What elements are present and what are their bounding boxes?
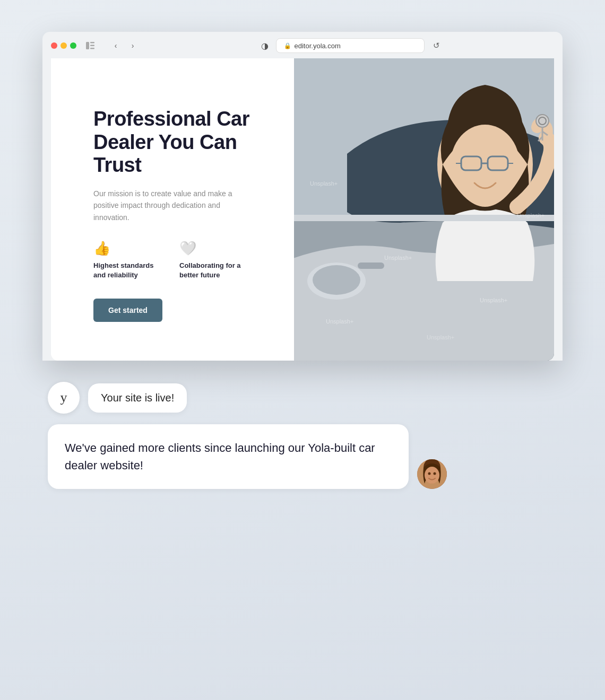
hero-left: Professional Car Dealer You Can Trust Ou… [51, 58, 294, 361]
lock-icon: 🔒 [284, 42, 291, 49]
minimize-button[interactable] [60, 42, 67, 49]
forward-button[interactable]: › [125, 40, 140, 51]
feature-1-label: Highest standards and reliability [93, 261, 162, 279]
brightness-icon: ◑ [261, 41, 269, 51]
svg-text:Unsplash+: Unsplash+ [326, 318, 353, 325]
back-button[interactable]: ‹ [108, 40, 123, 51]
feature-2: 🤍 Collaborating for a better future [179, 240, 248, 279]
thumbsup-icon: 👍 [93, 240, 162, 257]
page-wrapper: ‹ › ◑ 🔒 editor.yola.com ↺ Professional C… [42, 32, 563, 500]
testimonial-text: We've gained more clients since launchin… [65, 441, 375, 472]
testimonial-row: We've gained more clients since launchin… [48, 424, 447, 489]
svg-rect-0 [86, 42, 89, 49]
svg-text:Unsplash+: Unsplash+ [427, 334, 454, 340]
reload-button[interactable]: ↺ [433, 41, 440, 50]
svg-point-16 [536, 115, 549, 127]
browser-topbar: ‹ › ◑ 🔒 editor.yola.com ↺ [51, 38, 554, 58]
address-bar[interactable]: 🔒 editor.yola.com [276, 38, 425, 53]
traffic-lights [51, 42, 76, 49]
svg-point-8 [313, 265, 360, 295]
feature-2-label: Collaborating for a better future [179, 261, 248, 279]
sidebar-toggle[interactable] [83, 40, 98, 51]
hero-subtitle: Our mission is to create value and make … [93, 188, 242, 223]
svg-point-31 [425, 467, 439, 484]
get-started-button[interactable]: Get started [93, 299, 162, 322]
svg-rect-21 [294, 215, 554, 221]
close-button[interactable] [51, 42, 57, 49]
notification-text: Your site is live! [101, 392, 174, 404]
features-row: 👍 Highest standards and reliability 🤍 Co… [93, 240, 262, 279]
hero-title: Professional Car Dealer You Can Trust [93, 108, 262, 177]
svg-text:Unsplash+: Unsplash+ [517, 212, 544, 218]
svg-text:Unsplash+: Unsplash+ [480, 297, 507, 303]
feature-1: 👍 Highest standards and reliability [93, 240, 162, 279]
chat-section: y Your site is live! We've gained more c… [42, 361, 563, 500]
svg-text:Unsplash+: Unsplash+ [310, 180, 338, 187]
browser-nav: ‹ › [108, 40, 140, 51]
maximize-button[interactable] [70, 42, 76, 49]
svg-rect-2 [90, 45, 94, 47]
address-bar-wrapper: ◑ 🔒 editor.yola.com ↺ [146, 38, 554, 53]
svg-rect-1 [90, 42, 94, 43]
svg-text:Unsplash+: Unsplash+ [384, 255, 412, 261]
browser-chrome: ‹ › ◑ 🔒 editor.yola.com ↺ Professional C… [42, 32, 563, 361]
browser-content: Professional Car Dealer You Can Trust Ou… [51, 58, 554, 361]
address-text: editor.yola.com [295, 42, 341, 50]
svg-rect-22 [358, 262, 384, 269]
testimonial-bubble: We've gained more clients since launchin… [48, 424, 409, 489]
yola-avatar: y [48, 382, 80, 414]
svg-rect-3 [90, 48, 94, 49]
user-avatar [417, 459, 447, 489]
notification-bubble: Your site is live! [88, 383, 187, 413]
svg-point-32 [428, 472, 431, 475]
heart-icon: 🤍 [179, 240, 248, 257]
svg-point-33 [434, 472, 436, 475]
hero-image: Unsplash+ Unsplash+ Unsplash+ Unsplash+ … [294, 58, 554, 361]
notification-row: y Your site is live! [48, 382, 187, 414]
